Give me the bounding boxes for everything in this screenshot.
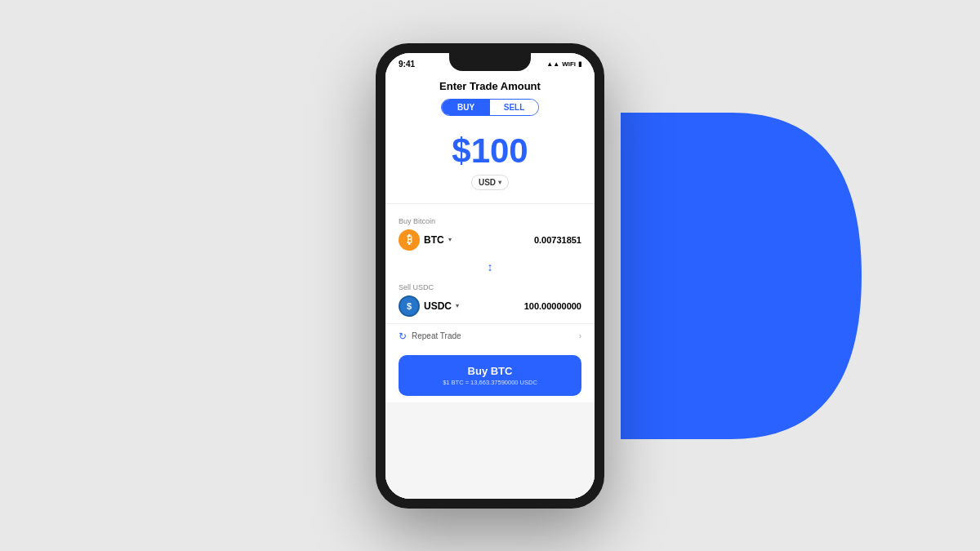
repeat-trade-left: ↻ Repeat Trade	[399, 331, 461, 342]
btc-chevron-icon: ▾	[448, 236, 452, 243]
page-title: Enter Trade Amount	[399, 80, 581, 92]
repeat-icon: ↻	[399, 331, 407, 342]
currency-label: USD	[479, 178, 496, 187]
sell-usdc-row: $ USDC ▾ 100.00000000	[399, 295, 581, 317]
currency-selector[interactable]: USD ▾	[471, 175, 509, 190]
sell-usdc-label: Sell USDC	[399, 283, 581, 291]
buy-button[interactable]: Buy BTC $1 BTC = 13,663.37590000 USDC	[399, 355, 581, 396]
wifi-icon: WiFi	[562, 60, 576, 68]
btc-label: BTC	[424, 234, 444, 246]
repeat-trade-row[interactable]: ↻ Repeat Trade ›	[385, 323, 595, 349]
status-icons: ▲▲ WiFi ▮	[546, 60, 581, 68]
sell-tab[interactable]: SELL	[490, 100, 538, 115]
repeat-chevron-icon: ›	[579, 331, 581, 340]
status-time: 9:41	[399, 60, 415, 69]
app-content: Enter Trade Amount BUY SELL $100 USD ▾	[385, 72, 595, 499]
app-header: Enter Trade Amount BUY SELL	[385, 72, 595, 122]
signal-icon: ▲▲	[546, 60, 559, 68]
btc-icon: ₿	[399, 229, 420, 251]
coinbase-d-logo	[596, 100, 874, 451]
buy-bitcoin-row: ₿ BTC ▾ 0.00731851	[399, 229, 581, 251]
usdc-icon: $	[399, 295, 420, 317]
phone-notch	[449, 53, 531, 71]
amount-section: $100 USD ▾	[385, 122, 595, 197]
repeat-trade-label: Repeat Trade	[412, 331, 461, 340]
buy-button-main-label: Buy BTC	[408, 365, 572, 377]
gray-bottom	[385, 402, 595, 499]
usdc-selector[interactable]: $ USDC ▾	[399, 295, 459, 317]
swap-arrow-section: ↕	[385, 257, 595, 277]
amount-display[interactable]: $100	[399, 134, 581, 168]
buy-sell-toggle[interactable]: BUY SELL	[441, 99, 539, 116]
btc-amount: 0.00731851	[534, 235, 581, 245]
buy-button-sub-label: $1 BTC = 13,663.37590000 USDC	[408, 379, 572, 386]
phone-screen: 9:41 ▲▲ WiFi ▮ Enter Trade Amount BUY SE…	[385, 53, 595, 499]
buy-bitcoin-section: Buy Bitcoin ₿ BTC ▾ 0.00731851	[385, 211, 595, 257]
usdc-amount: 100.00000000	[524, 301, 581, 311]
btc-selector[interactable]: ₿ BTC ▾	[399, 229, 452, 251]
battery-icon: ▮	[578, 60, 581, 68]
usdc-label: USDC	[424, 300, 452, 312]
buy-tab[interactable]: BUY	[442, 100, 490, 115]
phone-frame: 9:41 ▲▲ WiFi ▮ Enter Trade Amount BUY SE…	[376, 43, 604, 509]
swap-icon[interactable]: ↕	[488, 260, 493, 273]
buy-bitcoin-label: Buy Bitcoin	[399, 217, 581, 225]
usdc-chevron-icon: ▾	[456, 302, 459, 309]
divider-1	[385, 203, 595, 204]
currency-chevron-icon: ▾	[498, 179, 501, 186]
sell-usdc-section: Sell USDC $ USDC ▾ 100.00000000	[385, 277, 595, 323]
